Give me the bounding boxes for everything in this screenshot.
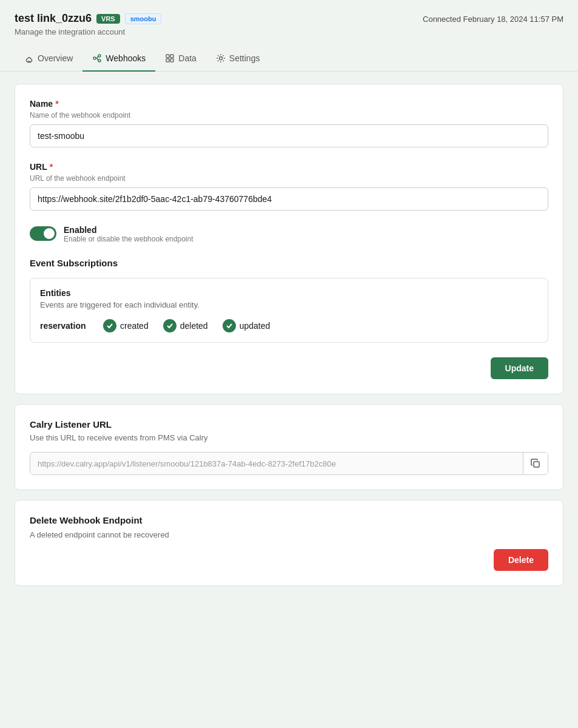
calry-listener-url: https://dev.calry.app/api/v1/listener/sm… [30,453,523,474]
delete-action-area: A deleted endpoint cannot be recovered D… [30,530,548,571]
delete-section-title: Delete Webhook Endpoint [30,515,548,525]
created-check-icon [103,319,116,332]
vrs-badge: VRS [96,14,120,24]
page-title: test link_0zzu6 [15,12,92,25]
title-area: test link_0zzu6 VRS smoobu Manage the in… [15,12,161,36]
entity-row: reservation created [40,319,538,332]
calry-listener-title: Calry Listener URL [30,419,548,430]
update-button[interactable]: Update [491,357,548,379]
tab-settings-label: Settings [229,53,260,63]
svg-point-7 [219,57,222,60]
delete-section-card: Delete Webhook Endpoint A deleted endpoi… [15,500,563,586]
svg-point-0 [93,57,96,59]
webhook-form-card: Name * Name of the webhook endpoint URL … [15,84,563,394]
delete-button[interactable]: Delete [494,549,548,571]
smoobu-badge: smoobu [125,13,162,24]
updated-check-icon [223,319,236,332]
svg-rect-6 [170,59,173,62]
svg-point-1 [98,55,101,57]
event-deleted-label: deleted [180,321,208,331]
page-subtitle: Manage the integration account [15,27,161,36]
event-created[interactable]: created [103,319,149,332]
svg-rect-3 [166,55,169,58]
link-icon [24,53,34,63]
event-updated-label: updated [240,321,271,331]
name-label: Name * [30,99,548,109]
connected-status: Connected February 18, 2024 11:57 PM [423,12,563,24]
copy-icon [531,459,540,468]
name-field-group: Name * Name of the webhook endpoint [30,99,548,147]
toggle-label-group: Enabled Enable or disable the webhook en… [64,225,193,243]
deleted-check-icon [163,319,176,332]
name-hint: Name of the webhook endpoint [30,111,548,120]
copy-url-button[interactable] [523,453,548,474]
event-subscriptions-title: Event Subscriptions [30,258,548,268]
entities-desc: Events are triggered for each individual… [40,300,538,309]
tab-data-label: Data [178,53,197,63]
tab-data[interactable]: Data [155,46,206,72]
url-input[interactable] [30,187,548,211]
calry-url-row: https://dev.calry.app/api/v1/listener/sm… [30,452,548,475]
update-action-area: Update [30,343,548,379]
enabled-toggle-row: Enabled Enable or disable the webhook en… [30,225,548,243]
data-icon [165,53,175,63]
main-content: Name * Name of the webhook endpoint URL … [0,72,578,598]
svg-point-2 [98,59,101,62]
tabs-navigation: Overview Webhooks Data Settings [0,46,578,72]
url-label: URL * [30,162,548,172]
name-required-star: * [55,99,58,109]
entity-card: Entities Events are triggered for each i… [30,278,548,343]
delete-desc: A deleted endpoint cannot be recovered [30,530,548,539]
webhook-icon [92,53,102,63]
calry-listener-card: Calry Listener URL Use this URL to recei… [15,404,563,490]
event-created-label: created [120,321,149,331]
enabled-toggle[interactable] [30,226,56,241]
tab-overview-label: Overview [38,53,73,63]
entities-title: Entities [40,288,538,298]
toggle-label: Enabled [64,225,193,235]
title-row: test link_0zzu6 VRS smoobu [15,12,161,25]
event-deleted[interactable]: deleted [163,319,208,332]
event-subscriptions-section: Event Subscriptions Entities Events are … [30,258,548,343]
url-hint: URL of the webhook endpoint [30,174,548,183]
tab-overview[interactable]: Overview [15,46,82,72]
entity-name: reservation [40,321,89,331]
settings-icon [216,53,226,63]
url-required-star: * [50,162,53,172]
tab-webhooks-label: Webhooks [106,53,146,63]
calry-listener-desc: Use this URL to receive events from PMS … [30,433,548,442]
svg-rect-8 [534,462,539,467]
name-input[interactable] [30,124,548,147]
page-header: test link_0zzu6 VRS smoobu Manage the in… [0,0,578,36]
toggle-hint: Enable or disable the webhook endpoint [64,235,193,243]
svg-rect-5 [166,59,169,62]
url-field-group: URL * URL of the webhook endpoint [30,162,548,211]
tab-settings[interactable]: Settings [206,46,270,72]
event-updated[interactable]: updated [223,319,271,332]
tab-webhooks[interactable]: Webhooks [82,46,155,72]
svg-rect-4 [170,55,173,58]
